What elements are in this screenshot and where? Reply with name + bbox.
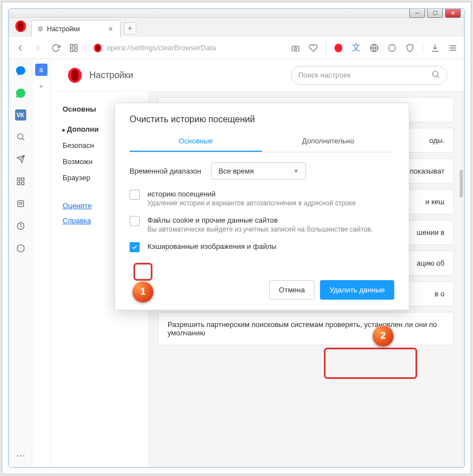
tab-strip: ⚙ Настройки ✕ + [9, 18, 464, 37]
svg-rect-8 [292, 46, 299, 51]
addressbar-actions: 文 [290, 42, 458, 54]
svg-rect-3 [74, 45, 77, 47]
opera-icon[interactable] [333, 42, 344, 54]
url-field[interactable]: opera://settings/clearBrowserData [93, 44, 283, 52]
window-controls: ─ ☐ ✕ [409, 8, 461, 18]
opera-menu-button[interactable] [15, 20, 27, 32]
vk-icon[interactable]: VK [15, 109, 26, 121]
shield-icon[interactable] [404, 42, 415, 54]
extensions-icon[interactable] [15, 242, 27, 254]
checkbox-cache[interactable] [130, 242, 140, 252]
time-range-select[interactable]: Все время ▼ [211, 162, 306, 180]
checkbox-row-cookies[interactable]: Файлы cookie и прочие данные сайтов Вы а… [130, 216, 394, 233]
checkbox-row-history[interactable]: историю посещений Удаление истории и вар… [130, 190, 394, 207]
dialog-tab-advanced[interactable]: Дополнительно [262, 131, 394, 152]
checkmark-icon [131, 244, 138, 251]
window-close-button[interactable]: ✕ [445, 8, 461, 18]
svg-rect-20 [17, 182, 20, 185]
workspace-tabs: а + [32, 59, 50, 467]
checkbox-cookies[interactable] [130, 216, 140, 226]
opera-badge-icon [93, 44, 102, 52]
bookmark-icon[interactable] [308, 42, 319, 54]
svg-point-10 [335, 44, 342, 52]
history-icon[interactable] [15, 220, 27, 232]
speeddial-button[interactable] [68, 42, 79, 54]
more-icon[interactable]: ⋯ [15, 449, 27, 461]
dialog-title: Очистить историю посещений [130, 114, 394, 124]
svg-rect-21 [21, 182, 24, 185]
svg-rect-2 [70, 45, 73, 47]
annotation-marker-1: 1 [132, 281, 154, 302]
workspace-add-button[interactable]: + [35, 80, 47, 93]
messenger-icon[interactable] [15, 65, 27, 77]
window-frame: ─ ☐ ✕ ⚙ Настройки ✕ + opera:/ [0, 0, 473, 476]
easy-setup-icon[interactable] [447, 42, 458, 54]
separator [326, 42, 326, 54]
svg-point-16 [17, 134, 22, 139]
clear-data-button[interactable]: Удалить данные [320, 280, 394, 300]
tab-title: Настройки [47, 25, 80, 33]
time-range-value: Все время [218, 167, 254, 175]
clear-data-dialog: Очистить историю посещений Основные Допо… [114, 103, 409, 310]
forward-button[interactable] [32, 42, 44, 54]
sync-icon[interactable] [386, 42, 398, 54]
new-tab-button[interactable]: + [124, 22, 136, 35]
gear-icon: ⚙ [37, 25, 44, 33]
browser-window: ─ ☐ ✕ ⚙ Настройки ✕ + opera:/ [8, 8, 465, 468]
svg-point-12 [389, 45, 395, 51]
annotation-highlight-1 [133, 263, 152, 281]
speeddial-small-icon[interactable] [15, 175, 27, 187]
workspace-tab-active[interactable]: а [35, 64, 47, 76]
browser-tab[interactable]: ⚙ Настройки ✕ [31, 20, 121, 37]
time-range-label: Временной диапазон [130, 167, 201, 175]
news-icon[interactable] [15, 198, 27, 210]
search-icon[interactable] [15, 131, 27, 143]
downloads-icon[interactable] [429, 42, 441, 54]
svg-rect-18 [17, 178, 20, 181]
separator [422, 42, 423, 54]
svg-rect-19 [21, 178, 24, 181]
time-range-row: Временной диапазон Все время ▼ [130, 162, 394, 180]
sidebar-rail: VK ⋯ [9, 59, 32, 467]
svg-point-1 [18, 21, 24, 31]
window-maximize-button[interactable]: ☐ [427, 8, 443, 18]
dialog-tabs: Основные Дополнительно [130, 131, 394, 152]
back-button[interactable] [15, 42, 26, 54]
svg-rect-4 [70, 49, 73, 51]
chevron-down-icon: ▼ [293, 168, 299, 174]
checkbox-label: Кэшированные изображения и файлы [147, 242, 276, 251]
snapshot-icon[interactable] [290, 42, 301, 54]
url-text: opera://settings/clearBrowserData [107, 44, 216, 52]
reload-button[interactable] [50, 42, 61, 54]
titlebar: ─ ☐ ✕ [9, 9, 464, 18]
translate-icon[interactable]: 文 [351, 42, 362, 54]
send-icon[interactable] [15, 153, 27, 165]
dialog-actions: Отмена Удалить данные [130, 280, 394, 300]
svg-point-7 [95, 44, 100, 51]
checkbox-label: историю посещений [147, 190, 356, 198]
svg-point-9 [294, 47, 297, 49]
checkbox-sublabel: Удаление истории и вариантов автозаполне… [147, 199, 356, 207]
checkbox-label: Файлы cookie и прочие данные сайтов [147, 216, 372, 224]
annotation-marker-2: 2 [372, 325, 394, 347]
dialog-backdrop: Очистить историю посещений Основные Допо… [50, 59, 464, 467]
whatsapp-icon[interactable] [15, 87, 27, 99]
window-minimize-button[interactable]: ─ [409, 8, 425, 18]
address-bar: opera://settings/clearBrowserData 文 [9, 37, 464, 59]
checkbox-sublabel: Вы автоматически выйдете из учетных запи… [147, 225, 372, 233]
svg-rect-5 [74, 49, 77, 51]
globe-icon[interactable] [369, 42, 380, 54]
annotation-highlight-2 [324, 348, 417, 379]
checkbox-row-cache[interactable]: Кэшированные изображения и файлы [130, 242, 394, 252]
tab-close-button[interactable]: ✕ [107, 25, 114, 33]
separator [86, 42, 87, 54]
checkbox-history[interactable] [130, 190, 140, 200]
dialog-tab-basic[interactable]: Основные [130, 131, 262, 152]
cancel-button[interactable]: Отмена [269, 280, 314, 300]
svg-line-17 [22, 138, 24, 140]
